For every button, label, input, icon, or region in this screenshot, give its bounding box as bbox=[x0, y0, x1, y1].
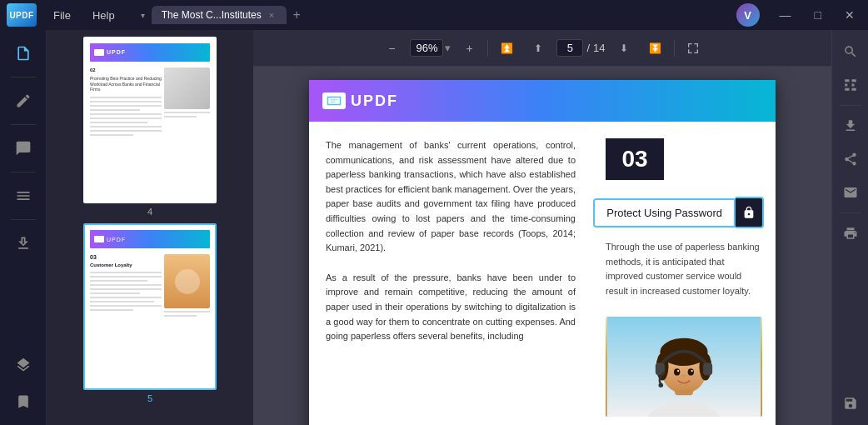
sidebar-icon-document[interactable] bbox=[7, 37, 40, 70]
menu-bar: File Help bbox=[43, 6, 125, 25]
titlebar: UPDF File Help ▾ The Most C...Institutes… bbox=[0, 0, 868, 30]
sidebar-icon-layers[interactable] bbox=[7, 348, 40, 382]
thumb-label-page4: 4 bbox=[147, 207, 152, 217]
right-icon-share[interactable] bbox=[836, 144, 866, 174]
right-icon-mail[interactable] bbox=[836, 178, 866, 208]
sidebar-divider-4 bbox=[11, 219, 36, 220]
nav-first-btn[interactable]: ⏫ bbox=[493, 35, 520, 62]
menu-file[interactable]: File bbox=[43, 6, 81, 25]
fit-page-btn[interactable] bbox=[680, 35, 706, 62]
app-logo: UPDF bbox=[7, 3, 37, 27]
zoom-value[interactable]: 96% bbox=[410, 39, 443, 57]
sidebar-icon-export[interactable] bbox=[7, 227, 40, 260]
close-btn[interactable]: ✕ bbox=[838, 5, 861, 25]
menu-help[interactable]: Help bbox=[82, 6, 125, 25]
window-controls: V — □ ✕ bbox=[736, 3, 861, 27]
zoom-group: 96% ▾ bbox=[410, 39, 451, 57]
center-content: − 96% ▾ + ⏫ ⬆ / 14 ⬇ ⏬ bbox=[253, 30, 831, 425]
thumb-header-page5: UPDF bbox=[90, 230, 210, 248]
pdf-view-area: UPDF The management of banks' current op… bbox=[253, 67, 831, 425]
thumb-img-page5: UPDF 03 Customer Loyalty bbox=[83, 223, 217, 390]
pdf-logo: UPDF bbox=[322, 92, 398, 110]
right-divider-2 bbox=[840, 212, 861, 213]
svg-point-11 bbox=[688, 369, 694, 376]
right-sidebar bbox=[831, 30, 868, 425]
maximize-btn[interactable]: □ bbox=[808, 5, 828, 25]
sidebar-divider-2 bbox=[11, 124, 36, 125]
pdf-body-text-2: As a result of the pressure, banks have … bbox=[326, 271, 576, 344]
sidebar-divider-3 bbox=[11, 172, 36, 172]
tab-active[interactable]: The Most C...Institutes × bbox=[152, 6, 287, 24]
page-current-input[interactable] bbox=[556, 39, 583, 57]
pdf-body-text-1: The management of banks' current operati… bbox=[326, 138, 576, 256]
tab-close-btn[interactable]: × bbox=[267, 9, 277, 21]
svg-point-13 bbox=[691, 370, 693, 372]
thumb-logo-page5 bbox=[94, 236, 104, 242]
pdf-content: The management of banks' current operati… bbox=[309, 122, 776, 425]
pdf-logo-icon bbox=[322, 92, 346, 109]
thumb-title-text-p4: 02 bbox=[90, 68, 162, 73]
zoom-in-btn[interactable]: + bbox=[456, 35, 482, 62]
section-num-badge: 03 bbox=[606, 138, 664, 180]
user-avatar[interactable]: V bbox=[736, 3, 760, 27]
sidebar-icon-edit[interactable] bbox=[7, 84, 40, 118]
tab-add-btn[interactable]: + bbox=[287, 5, 307, 25]
protect-password-btn[interactable]: Protect Using Password bbox=[593, 198, 736, 228]
right-icon-extract[interactable] bbox=[836, 111, 866, 141]
toolbar-divider-1 bbox=[487, 40, 488, 57]
thumbnail-page5[interactable]: UPDF 03 Customer Loyalty bbox=[53, 223, 247, 403]
thumb-content-page4: UPDF 02 Promoting Best Practice and Redu… bbox=[85, 38, 215, 202]
nav-next-btn[interactable]: ⬇ bbox=[611, 35, 637, 62]
sidebar-divider-1 bbox=[11, 77, 36, 78]
right-icon-ocr[interactable] bbox=[836, 70, 866, 100]
toolbar: − 96% ▾ + ⏫ ⬆ / 14 ⬇ ⏬ bbox=[253, 30, 831, 67]
pdf-logo-text: UPDF bbox=[351, 92, 398, 110]
pdf-left-col: The management of banks' current operati… bbox=[309, 122, 592, 425]
protect-btn-overlay: Protect Using Password bbox=[593, 197, 764, 228]
pdf-right-col: 03 Customer Loyalty Through the use of p… bbox=[592, 122, 776, 425]
thumbnail-page4[interactable]: UPDF 02 Promoting Best Practice and Redu… bbox=[53, 37, 247, 217]
pdf-page: UPDF The management of banks' current op… bbox=[309, 80, 776, 425]
zoom-dropdown-icon[interactable]: ▾ bbox=[445, 42, 451, 54]
tab-title: The Most C...Institutes bbox=[162, 9, 262, 21]
thumb-logo-text-page5: UPDF bbox=[107, 237, 126, 242]
thumb-logo-page4 bbox=[94, 49, 104, 56]
protect-btn-lock-icon[interactable] bbox=[736, 197, 764, 228]
tab-bar: ▾ The Most C...Institutes × + bbox=[135, 5, 730, 25]
svg-point-9 bbox=[659, 383, 664, 388]
page-separator: / bbox=[586, 42, 590, 54]
toolbar-divider-2 bbox=[674, 40, 675, 57]
pdf-header: UPDF bbox=[309, 80, 776, 122]
main-area: UPDF 02 Promoting Best Practice and Redu… bbox=[0, 30, 868, 425]
svg-rect-8 bbox=[703, 363, 712, 376]
thumbnail-panel: UPDF 02 Promoting Best Practice and Redu… bbox=[47, 30, 253, 425]
sidebar-icon-organize[interactable] bbox=[7, 179, 40, 212]
page-input-group: / 14 bbox=[556, 39, 605, 57]
right-icon-print[interactable] bbox=[836, 218, 866, 248]
minimize-btn[interactable]: — bbox=[773, 5, 798, 25]
svg-point-10 bbox=[674, 369, 680, 376]
nav-prev-btn[interactable]: ⬆ bbox=[525, 35, 551, 62]
nav-last-btn[interactable]: ⏬ bbox=[642, 35, 669, 62]
thumb-num-p5: 03 bbox=[90, 254, 162, 260]
sidebar-icon-bookmark[interactable] bbox=[7, 385, 40, 418]
right-icon-save[interactable] bbox=[836, 388, 866, 418]
right-divider-1 bbox=[840, 105, 861, 106]
left-sidebar bbox=[0, 30, 47, 425]
thumb-header-page4: UPDF bbox=[90, 43, 210, 62]
thumb-label-page5: 5 bbox=[147, 393, 152, 403]
tab-dropdown-btn[interactable]: ▾ bbox=[135, 7, 152, 23]
thumb-content-page5: UPDF 03 Customer Loyalty bbox=[85, 225, 215, 388]
section-subtitle: Through the use of paperless banking met… bbox=[606, 240, 762, 298]
customer-image bbox=[606, 317, 762, 417]
right-icon-search[interactable] bbox=[836, 37, 866, 67]
thumb-logo-text-page4: UPDF bbox=[107, 49, 126, 56]
svg-point-12 bbox=[677, 370, 679, 372]
thumb-img-page4: UPDF 02 Promoting Best Practice and Redu… bbox=[83, 37, 217, 203]
page-total: 14 bbox=[593, 42, 605, 54]
thumb-title-p4: Promoting Best Practice and Reducing Wor… bbox=[90, 76, 162, 92]
zoom-out-btn[interactable]: − bbox=[378, 35, 405, 62]
sidebar-icon-comment[interactable] bbox=[7, 132, 40, 165]
thumb-ctitle-p5: Customer Loyalty bbox=[90, 262, 162, 268]
